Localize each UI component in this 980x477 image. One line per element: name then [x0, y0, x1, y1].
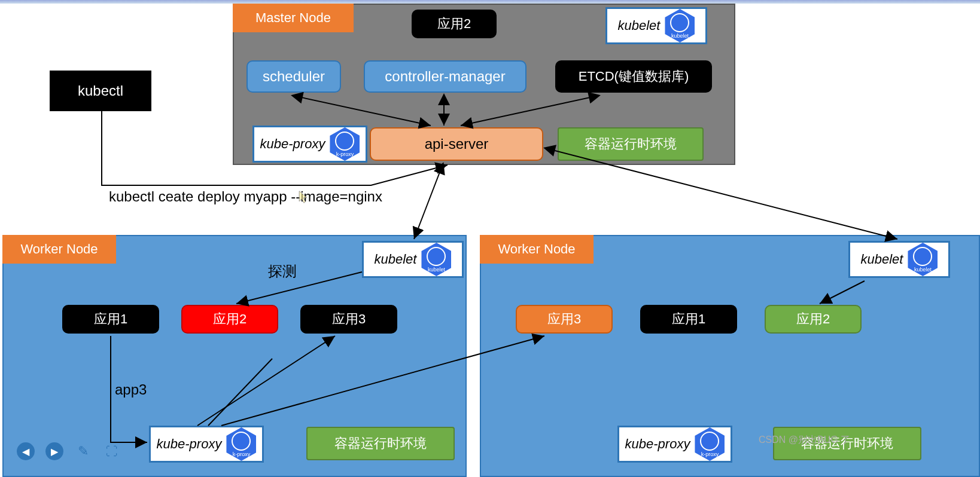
worker2-app3: 应用3: [516, 305, 613, 334]
worker1-kube-proxy: kube-proxy k-proxy: [149, 426, 264, 463]
kubelet-icon: kubelet: [421, 243, 451, 276]
worker1-runtime: 容器运行时环境: [306, 427, 455, 460]
kubelet-icon: kubelet: [665, 9, 695, 42]
svg-line-3: [414, 164, 443, 239]
master-node-title: Master Node: [233, 4, 354, 32]
master-kube-proxy: kube-proxy k-proxy: [252, 126, 367, 163]
fullscreen-icon[interactable]: ⛶: [103, 442, 121, 460]
kubectl-command-text: kubectl ceate deploy myapp --image=nginx: [109, 188, 382, 205]
master-app2: 应用2: [412, 10, 497, 38]
worker2-kube-proxy: kube-proxy k-proxy: [617, 426, 732, 463]
worker2-kubelet-label: kubelet: [861, 252, 903, 267]
kproxy-icon: k-proxy: [330, 127, 360, 161]
probe-text: 探测: [268, 262, 297, 281]
app3-label: app3: [115, 381, 147, 398]
worker2-kubelet: kubelet kubelet: [848, 241, 950, 278]
api-server-box: api-server: [370, 127, 543, 161]
watermark-text: CSDN @别出BUG 了: [759, 434, 850, 447]
worker1-app1: 应用1: [62, 305, 159, 334]
edit-icon[interactable]: ✎: [74, 442, 92, 460]
worker1-kubeproxy-label: kube-proxy: [157, 436, 222, 452]
master-kubelet: kubelet kubelet: [605, 7, 707, 44]
prev-icon[interactable]: ◀: [17, 442, 35, 460]
worker2-app2: 应用2: [765, 305, 862, 334]
master-kubelet-label: kubelet: [618, 18, 661, 33]
worker1-kubelet: kubelet kubelet: [362, 241, 464, 278]
worker2-app1: 应用1: [640, 305, 737, 334]
master-kubeproxy-label: kube-proxy: [260, 136, 325, 152]
controller-manager-box: controller-manager: [364, 60, 526, 93]
worker1-app2: 应用2: [181, 305, 278, 334]
worker1-kubelet-label: kubelet: [375, 252, 417, 267]
kubelet-icon: kubelet: [908, 243, 938, 276]
kproxy-icon: k-proxy: [695, 427, 725, 461]
worker1-title: Worker Node: [2, 235, 116, 264]
kubectl-box: kubectl: [50, 71, 151, 111]
scheduler-box: scheduler: [246, 60, 341, 93]
play-icon[interactable]: ▶: [45, 442, 63, 460]
kproxy-icon: k-proxy: [226, 427, 256, 461]
worker1-app3: 应用3: [300, 305, 397, 334]
master-runtime-box: 容器运行时环境: [558, 127, 704, 161]
worker2-title: Worker Node: [480, 235, 594, 264]
etcd-box: ETCD(键值数据库): [555, 60, 712, 93]
worker2-kubeproxy-label: kube-proxy: [625, 436, 690, 452]
